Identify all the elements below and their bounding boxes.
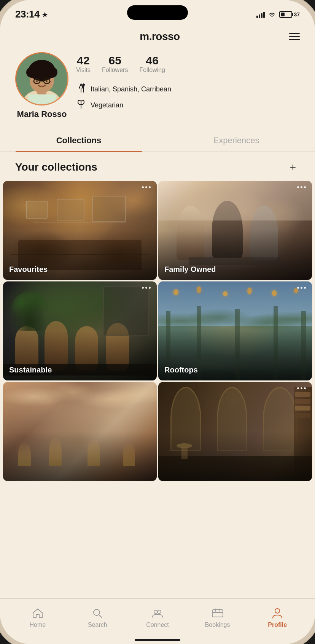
collection-card-family-owned[interactable]: Family Owned (158, 181, 312, 280)
wifi-icon (268, 11, 276, 18)
svg-point-20 (36, 80, 38, 82)
collection-menu-rooftops[interactable] (297, 287, 306, 289)
tabs-container: Collections Experiences (0, 127, 315, 152)
nav-connect-label: Connect (146, 622, 169, 628)
svg-point-21 (46, 80, 48, 82)
collection-card-rooftops[interactable]: Rooftops (158, 281, 312, 380)
svg-marker-0 (42, 12, 48, 17)
visits-label: Visits (76, 67, 91, 74)
plus-icon: + (290, 162, 296, 173)
signal-bars-icon (256, 11, 265, 18)
tab-experiences[interactable]: Experiences (158, 127, 315, 152)
stat-following[interactable]: 46 Following (139, 54, 165, 74)
stat-followers[interactable]: 65 Followers (102, 54, 128, 74)
search-icon (91, 607, 103, 619)
nav-connect[interactable]: Connect (142, 607, 173, 628)
menu-button[interactable] (289, 33, 300, 40)
nav-profile-label: Profile (268, 622, 287, 628)
svg-point-33 (154, 610, 158, 614)
avatar-image (16, 53, 67, 104)
stat-visits: 42 Visits (76, 54, 91, 74)
battery-percent: 37 (294, 11, 300, 18)
diet-text: Vegetarian (91, 101, 123, 109)
avatar-container: Maria Rosso (15, 52, 68, 119)
main-scroll[interactable]: m.rosso (0, 23, 315, 598)
svg-point-13 (37, 61, 47, 72)
home-icon (32, 607, 44, 619)
bookings-icon (212, 607, 224, 619)
collection-label-favourites: Favourites (9, 265, 48, 274)
collection-menu-family[interactable] (297, 186, 306, 188)
add-collection-button[interactable]: + (286, 160, 300, 174)
collection-card-6[interactable] (158, 382, 312, 481)
profile-stats: 42 Visits 65 Followers 46 Following (76, 52, 300, 111)
cuisine-row: Italian, Spanish, Carribean (76, 83, 300, 95)
collection-menu-sustainable[interactable] (142, 287, 151, 289)
nav-home[interactable]: Home (22, 607, 53, 628)
stats-row: 42 Visits 65 Followers 46 Following (76, 54, 300, 74)
cuisine-info: Italian, Spanish, Carribean Vegetarian (76, 83, 300, 111)
collection-label-family: Family Owned (164, 265, 216, 274)
connect-icon (151, 607, 164, 619)
collections-header: Your collections + (0, 152, 315, 181)
utensils-icon (76, 83, 86, 95)
followers-count: 65 (108, 54, 121, 67)
svg-line-22 (79, 84, 81, 88)
svg-line-32 (99, 615, 102, 617)
collection-card-sustainable[interactable]: Sustainable (3, 281, 157, 380)
hamburger-line-3 (289, 39, 300, 40)
followers-label: Followers (102, 67, 128, 74)
leaf-icon (76, 99, 86, 111)
battery-status: 37 (279, 11, 300, 18)
avatar-ring (15, 52, 68, 105)
phone-frame: 23:14 37 (0, 0, 315, 644)
collection-menu-6[interactable] (297, 387, 306, 389)
diet-row: Vegetarian (76, 99, 300, 111)
collections-area: Your collections + (0, 152, 315, 531)
status-time: 23:14 (15, 8, 40, 20)
collections-title: Your collections (15, 161, 97, 173)
collection-label-sustainable: Sustainable (9, 366, 52, 374)
visits-count: 42 (77, 54, 89, 67)
collection-menu-favourites[interactable] (142, 186, 151, 188)
location-icon (42, 11, 48, 18)
dynamic-island (127, 5, 188, 20)
collection-card-5[interactable] (3, 382, 157, 481)
collection-overlay-6 (158, 382, 312, 481)
svg-point-34 (158, 610, 161, 614)
nav-search[interactable]: Search (82, 607, 113, 628)
bottom-nav: Home Search (0, 598, 315, 644)
collection-card-favourites[interactable]: Favourites (3, 181, 157, 280)
cuisines-text: Italian, Spanish, Carribean (91, 85, 171, 93)
app-title: m.rosso (140, 30, 180, 43)
header: m.rosso (0, 23, 315, 48)
collections-grid: Favourites (0, 181, 315, 481)
collection-label-rooftops: Rooftops (164, 366, 198, 374)
svg-point-31 (94, 609, 100, 615)
screen-content: m.rosso (0, 23, 315, 644)
hamburger-line-2 (289, 36, 300, 37)
profile-section: Maria Rosso 42 Visits 65 Followers (0, 48, 315, 127)
home-indicator (135, 639, 180, 641)
svg-rect-19 (28, 94, 56, 104)
nav-bookings-label: Bookings (205, 622, 230, 628)
profile-nav-icon (271, 607, 283, 619)
nav-search-label: Search (88, 622, 107, 628)
nav-bookings[interactable]: Bookings (202, 607, 233, 628)
nav-profile[interactable]: Profile (262, 607, 293, 628)
profile-name: Maria Rosso (17, 109, 67, 119)
following-label: Following (139, 67, 165, 74)
tab-collections[interactable]: Collections (0, 127, 158, 152)
hamburger-line-1 (289, 33, 300, 34)
status-icons: 37 (256, 11, 300, 18)
following-count: 46 (146, 54, 159, 67)
nav-home-label: Home (29, 622, 46, 628)
battery-icon (279, 11, 292, 18)
svg-point-38 (275, 609, 280, 613)
